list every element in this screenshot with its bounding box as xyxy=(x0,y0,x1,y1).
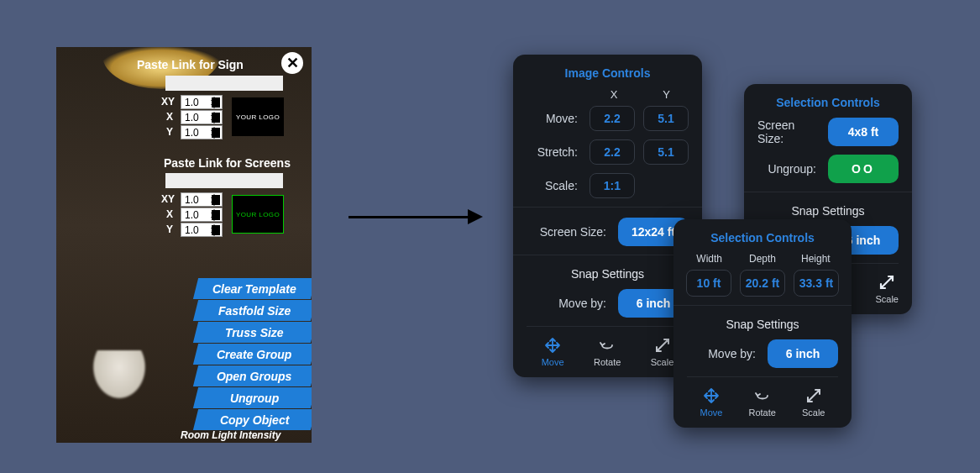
move-tool[interactable]: Move xyxy=(542,337,564,367)
sign-x-stepper[interactable]: 1.0 xyxy=(181,110,223,124)
rotate-tool[interactable]: Rotate xyxy=(748,387,775,418)
move-by-label: Move by: xyxy=(708,347,756,360)
panel-title: Selection Controls xyxy=(687,231,838,244)
x-header: X xyxy=(611,88,618,101)
move-by-label: Move by: xyxy=(558,297,606,310)
sign-link-input[interactable] xyxy=(165,76,283,91)
y-header: Y xyxy=(663,88,670,101)
close-button[interactable]: ✕ xyxy=(281,52,303,74)
close-icon: ✕ xyxy=(286,54,299,72)
fastfold-size-button[interactable]: Fastfold Size xyxy=(193,300,312,321)
move-by-button[interactable]: 6 inch xyxy=(768,339,838,368)
move-label: Move: xyxy=(546,112,578,125)
axis-x-label-2: X xyxy=(166,208,173,220)
stretch-x-input[interactable]: 2.2 xyxy=(590,139,635,165)
screen-size-button[interactable]: 4x8 ft xyxy=(828,118,899,146)
sign-xy-stepper[interactable]: 1.0 xyxy=(181,95,223,109)
legacy-controls-panel: ✕ Paste Link for Sign XY X Y 1.0 1.0 1.0… xyxy=(56,47,312,443)
rotate-icon xyxy=(754,387,771,404)
panel-title: Selection Controls xyxy=(757,96,899,109)
open-groups-button[interactable]: Open Groups xyxy=(193,365,312,386)
scale-icon xyxy=(654,337,671,354)
stretch-label: Stretch: xyxy=(537,145,578,159)
stretch-y-input[interactable]: 5.1 xyxy=(643,139,689,165)
rotate-icon xyxy=(599,337,616,354)
ungroup-label: Ungroup: xyxy=(768,162,816,176)
depth-input[interactable]: 20.2 ft xyxy=(740,270,785,297)
axis-x-label: X xyxy=(166,111,173,123)
create-group-button[interactable]: Create Group xyxy=(193,344,312,365)
ungroup-button[interactable]: Ungroup xyxy=(193,387,312,408)
screen-size-label: Screen Size: xyxy=(540,225,606,239)
paste-sign-label: Paste Link for Sign xyxy=(137,58,244,71)
move-x-input[interactable]: 2.2 xyxy=(590,106,635,131)
copy-object-button[interactable]: Copy Object xyxy=(193,409,312,430)
panel-title: Image Controls xyxy=(527,66,689,80)
scale-tool[interactable]: Scale xyxy=(875,274,899,304)
scale-label: Scale: xyxy=(545,179,578,192)
screens-y-stepper[interactable]: 1.0 xyxy=(181,223,223,237)
move-y-input[interactable]: 5.1 xyxy=(643,106,689,131)
screens-xy-stepper[interactable]: 1.0 xyxy=(181,192,223,207)
screens-logo-preview: YOUR LOGO xyxy=(232,195,284,234)
snap-settings-title: Snap Settings xyxy=(527,267,689,281)
axis-xy-label-2: XY xyxy=(161,193,175,205)
selection-controls-panel-b: Selection Controls Width Depth Height 10… xyxy=(673,219,852,428)
sign-y-stepper[interactable]: 1.0 xyxy=(181,125,223,139)
width-header: Width xyxy=(687,253,731,265)
truss-size-button[interactable]: Truss Size xyxy=(193,322,312,343)
axis-y-label-2: Y xyxy=(166,223,173,235)
move-tool[interactable]: Move xyxy=(700,387,723,418)
depth-header: Depth xyxy=(740,253,784,265)
rotate-tool[interactable]: Rotate xyxy=(594,337,621,367)
arrow-right-icon xyxy=(468,209,483,224)
scale-input[interactable]: 1:1 xyxy=(590,173,635,198)
table-render xyxy=(56,350,182,443)
scale-tool[interactable]: Scale xyxy=(802,387,825,418)
snap-settings-title: Snap Settings xyxy=(757,204,899,218)
paste-screens-label: Paste Link for Screens xyxy=(164,156,291,170)
screens-x-stepper[interactable]: 1.0 xyxy=(181,208,223,222)
transition-arrow xyxy=(349,200,483,234)
height-header: Height xyxy=(794,253,838,265)
scale-icon xyxy=(878,274,895,291)
snap-settings-title: Snap Settings xyxy=(687,318,838,331)
move-icon xyxy=(544,337,561,354)
move-icon xyxy=(703,387,720,404)
axis-y-label: Y xyxy=(166,126,173,138)
height-input[interactable]: 33.3 ft xyxy=(794,270,839,297)
scale-icon xyxy=(805,387,822,404)
clear-template-button[interactable]: Clear Template xyxy=(193,278,312,299)
screen-size-label: Screen Size: xyxy=(757,118,816,145)
axis-xy-label: XY xyxy=(161,96,175,108)
width-input[interactable]: 10 ft xyxy=(686,270,731,297)
room-light-label: Room Light Intensity xyxy=(181,429,280,441)
scale-tool[interactable]: Scale xyxy=(651,337,674,367)
ungroup-button[interactable]: OO xyxy=(828,155,899,183)
screens-link-input[interactable] xyxy=(165,173,283,188)
sign-logo-preview: YOUR LOGO xyxy=(232,97,284,136)
